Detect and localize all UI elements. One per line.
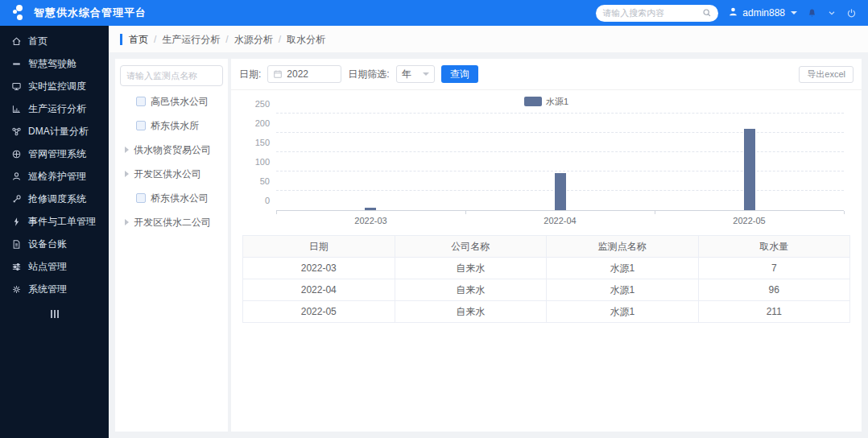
query-button[interactable]: 查询 [441, 65, 478, 83]
tree-search [120, 65, 223, 86]
x-axis-tick-mark [276, 211, 277, 214]
sidebar-collapse-icon[interactable] [0, 307, 109, 321]
sidebar: 首页智慧驾驶舱实时监控调度生产运行分析DMA计量分析管网管理系统巡检养护管理抢修… [0, 26, 109, 438]
tree-node[interactable]: 开发区供水公司 [120, 162, 223, 186]
chart-bar[interactable] [365, 208, 376, 210]
data-table: 日期公司名称监测点名称取水量 2022-03自来水水源172022-04自来水水… [242, 235, 850, 323]
y-axis-tick-label: 50 [244, 176, 270, 186]
chart-bar[interactable] [555, 173, 566, 210]
y-axis-tick-label: 0 [244, 196, 270, 205]
power-icon[interactable] [846, 8, 857, 19]
sidebar-item-sliders[interactable]: 站点管理 [0, 255, 109, 278]
export-excel-button[interactable]: 导出excel [799, 66, 854, 83]
sidebar-item-label: 设备台账 [28, 238, 67, 251]
table-cell: 自来水 [395, 279, 547, 301]
search-icon[interactable] [702, 8, 712, 18]
chart-legend[interactable]: 水源1 [242, 95, 850, 108]
sidebar-item-label: 站点管理 [28, 260, 67, 274]
app-title: 智慧供水综合管理平台 [34, 6, 147, 20]
table-cell: 水源1 [547, 279, 699, 301]
sidebar-item-ledger[interactable]: 设备台账 [0, 233, 109, 255]
sidebar-item-label: 事件与工单管理 [28, 215, 96, 229]
tree-checkbox[interactable] [136, 97, 146, 106]
x-axis-tick-label: 2022-03 [335, 216, 407, 225]
dma-icon [11, 126, 22, 137]
tree-node[interactable]: 桥东供水所 [120, 114, 223, 138]
sidebar-item-label: 系统管理 [28, 283, 67, 296]
table-header-cell: 公司名称 [395, 236, 547, 258]
table-body: 2022-03自来水水源172022-04自来水水源1962022-05自来水水… [243, 258, 850, 323]
chart-bar[interactable] [744, 129, 755, 210]
chart-gridline [276, 113, 844, 114]
sidebar-menu: 首页智慧驾驶舱实时监控调度生产运行分析DMA计量分析管网管理系统巡检养护管理抢修… [0, 30, 109, 300]
chart-plot-area: 050100150200250 [276, 114, 844, 211]
table-cell: 211 [698, 301, 850, 323]
table-row: 2022-03自来水水源17 [243, 258, 850, 279]
y-axis-tick-label: 200 [244, 118, 270, 128]
expand-arrow-icon[interactable] [125, 219, 129, 225]
breadcrumb-item[interactable]: 水源分析 [234, 34, 273, 45]
sidebar-item-dashboard[interactable]: 智慧驾驶舱 [0, 52, 109, 75]
sidebar-item-chart[interactable]: 生产运行分析 [0, 97, 109, 120]
expand-arrow-icon[interactable] [125, 171, 129, 177]
chart-section: 水源1 050100150200250 2022-032022-042022-0… [231, 90, 862, 227]
x-axis-tick-mark [655, 211, 655, 214]
breadcrumb-separator: / [225, 34, 228, 45]
table-header-cell: 日期 [243, 236, 395, 258]
table-cell: 水源1 [547, 301, 699, 323]
monitor-icon [11, 81, 22, 92]
period-label: 日期筛选: [348, 68, 389, 81]
sidebar-item-monitor[interactable]: 实时监控调度 [0, 75, 109, 97]
period-select[interactable]: 年 [396, 65, 435, 83]
chevron-down-icon [423, 72, 429, 76]
table-cell: 2022-04 [243, 279, 395, 301]
period-select-value: 年 [402, 68, 411, 81]
global-search-input[interactable] [602, 8, 702, 18]
main-panel: 日期: 日期筛选: 年 查询 导出excel 水源1 05 [231, 59, 862, 432]
app-logo-icon [11, 4, 27, 22]
tree-search-input[interactable] [120, 65, 223, 86]
tree-checkbox[interactable] [136, 193, 146, 203]
sidebar-item-dma[interactable]: DMA计量分析 [0, 120, 109, 143]
breadcrumb-item[interactable]: 首页 [129, 34, 148, 45]
user-menu[interactable]: admin888 [728, 6, 797, 19]
username: admin888 [742, 7, 785, 19]
sidebar-item-pipe-network[interactable]: 管网管理系统 [0, 143, 109, 165]
sidebar-item-label: 生产运行分析 [28, 102, 86, 116]
tree-checkbox[interactable] [136, 121, 146, 130]
tree-node[interactable]: 供水物资贸易公司 [120, 138, 223, 162]
tree-node-label: 桥东供水公司 [151, 192, 209, 205]
sidebar-item-home[interactable]: 首页 [0, 30, 109, 52]
sidebar-item-gear[interactable]: 系统管理 [0, 278, 109, 300]
chart-gridline [276, 151, 844, 152]
tree-list: 高邑供水公司桥东供水所供水物资贸易公司开发区供水公司桥东供水公司开发区供水二公司 [120, 89, 223, 234]
breadcrumb-items: 首页/生产运行分析/水源分析/取水分析 [129, 31, 325, 47]
sidebar-item-person[interactable]: 巡检养护管理 [0, 165, 109, 188]
tree-node-label: 供水物资贸易公司 [134, 143, 211, 157]
breadcrumb-item[interactable]: 取水分析 [287, 34, 325, 45]
sidebar-item-label: 抢修调度系统 [28, 192, 86, 206]
sidebar-item-event[interactable]: 事件与工单管理 [0, 210, 109, 233]
tree-node[interactable]: 高邑供水公司 [120, 89, 223, 114]
tree-node-label: 开发区供水公司 [134, 167, 201, 181]
date-input[interactable] [287, 68, 327, 80]
sidebar-item-wrench[interactable]: 抢修调度系统 [0, 188, 109, 210]
date-picker[interactable] [267, 65, 341, 83]
table-cell: 2022-03 [243, 258, 395, 279]
bell-icon[interactable] [807, 8, 817, 19]
expand-arrow-icon[interactable] [125, 147, 129, 153]
global-search [596, 5, 718, 22]
sidebar-item-label: DMA计量分析 [28, 125, 89, 138]
tree-node[interactable]: 开发区供水二公司 [120, 210, 223, 234]
legend-swatch [524, 97, 542, 106]
y-axis-tick-label: 100 [244, 157, 270, 167]
chevron-icon[interactable] [827, 8, 837, 18]
sidebar-item-label: 管网管理系统 [28, 147, 86, 161]
tree-node[interactable]: 桥东供水公司 [120, 186, 223, 210]
breadcrumb-item[interactable]: 生产运行分析 [162, 34, 220, 45]
table-header-cell: 监测点名称 [547, 236, 699, 258]
event-icon [11, 217, 22, 227]
table-cell: 水源1 [547, 258, 699, 279]
table-header-cell: 取水量 [698, 236, 850, 258]
table-cell: 96 [698, 279, 850, 301]
